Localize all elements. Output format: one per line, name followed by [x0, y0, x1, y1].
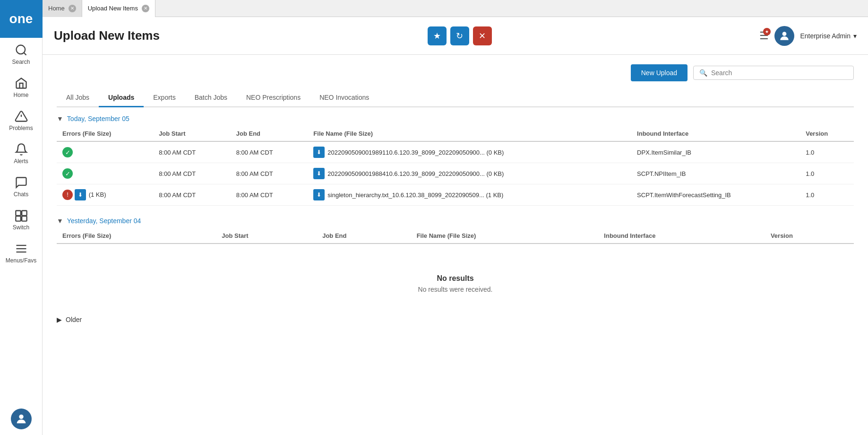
content-inner: New Upload 🔍 All Jobs Uploads Exports Ba… — [43, 55, 868, 333]
table-row: ! ⬇(1 KB)8:00 AM CDT8:00 AM CDT⬇singleto… — [57, 184, 854, 206]
tab-upload-label: Upload New Items — [88, 5, 138, 12]
sidebar-alerts-label: Alerts — [14, 158, 28, 165]
table-row: ✓8:00 AM CDT8:00 AM CDT⬇2022090509001988… — [57, 163, 854, 184]
col-errors-y: Errors (File Size) — [57, 228, 216, 244]
sidebar-chats-label: Chats — [14, 191, 28, 198]
header-right: ☰ ★ Enterprise Admin ▾ — [759, 26, 857, 46]
search-icon — [15, 44, 28, 57]
yesterday-chevron-icon: ▼ — [57, 217, 63, 225]
logo-text: one — [9, 11, 33, 26]
tab-home-close[interactable]: ✕ — [69, 5, 76, 12]
close-button[interactable]: ✕ — [473, 26, 492, 45]
sidebar-item-search[interactable]: Search — [0, 38, 42, 71]
menu-icon — [15, 242, 28, 255]
col-file-name-y: File Name (File Size) — [411, 228, 599, 244]
svg-point-11 — [19, 415, 23, 419]
error-size: (1 KB) — [89, 191, 106, 198]
col-job-start-y: Job Start — [216, 228, 317, 244]
tab-bar: Home ✕ Upload New Items ✕ — [43, 0, 868, 17]
inbound-interface-cell: SCPT.ItemWithForecastSetting_IB — [631, 184, 800, 206]
tab-batch-jobs[interactable]: Batch Jobs — [185, 89, 237, 107]
tab-home-label: Home — [48, 5, 65, 12]
table-row: ✓8:00 AM CDT8:00 AM CDT⬇2022090509001989… — [57, 141, 854, 163]
no-results-title: No results — [57, 274, 854, 283]
new-upload-button[interactable]: New Upload — [631, 64, 688, 81]
tab-upload-close[interactable]: ✕ — [142, 5, 149, 12]
chat-icon — [15, 176, 28, 189]
col-inbound-interface: Inbound Interface — [631, 126, 800, 141]
sidebar-menus-label: Menus/Favs — [6, 257, 36, 264]
dropdown-arrow-icon: ▾ — [853, 32, 857, 40]
svg-line-1 — [24, 52, 26, 55]
older-label: Older — [66, 316, 82, 323]
col-job-end: Job End — [231, 126, 308, 141]
error-icon: ! — [62, 190, 73, 200]
col-job-end-y: Job End — [317, 228, 411, 244]
download-icon[interactable]: ⬇ — [313, 168, 325, 179]
no-results-subtitle: No results were received. — [57, 286, 854, 293]
switch-icon — [15, 209, 28, 222]
sidebar-item-problems[interactable]: Problems — [0, 104, 42, 137]
badge-star: ★ — [765, 29, 769, 34]
svg-rect-7 — [22, 216, 26, 221]
col-inbound-interface-y: Inbound Interface — [598, 228, 765, 244]
tab-neo-invocations[interactable]: NEO Invocations — [310, 89, 378, 107]
search-box: 🔍 — [693, 66, 854, 80]
sidebar-item-switch[interactable]: Switch — [0, 203, 42, 236]
user-dropdown[interactable]: Enterprise Admin ▾ — [800, 32, 857, 40]
notification-dot: ★ — [763, 28, 771, 35]
app-logo[interactable]: one — [0, 0, 43, 38]
sidebar-problems-label: Problems — [9, 125, 33, 131]
svg-point-12 — [782, 32, 787, 36]
sidebar-item-home[interactable]: Home — [0, 71, 42, 104]
success-icon: ✓ — [62, 147, 73, 157]
search-input[interactable] — [711, 69, 848, 77]
tab-home[interactable]: Home ✕ — [43, 0, 82, 17]
tab-uploads[interactable]: Uploads — [99, 89, 144, 107]
tab-all-jobs[interactable]: All Jobs — [57, 89, 99, 107]
sidebar-switch-label: Switch — [13, 224, 29, 231]
search-icon: 🔍 — [699, 69, 707, 77]
sidebar-item-alerts[interactable]: Alerts — [0, 137, 42, 170]
tab-exports[interactable]: Exports — [144, 89, 185, 107]
today-table: Errors (File Size) Job Start Job End Fil… — [57, 126, 854, 206]
svg-rect-4 — [16, 211, 21, 216]
older-section[interactable]: ▶ Older — [57, 316, 854, 323]
yesterday-date-label: Yesterday, September 04 — [67, 217, 141, 225]
yesterday-section-header[interactable]: ▼ Yesterday, September 04 — [57, 217, 854, 225]
tab-neo-prescriptions[interactable]: NEO Prescriptions — [237, 89, 310, 107]
download-error-icon[interactable]: ⬇ — [75, 189, 86, 200]
sidebar-item-chats[interactable]: Chats — [0, 170, 42, 203]
user-avatar[interactable] — [774, 26, 794, 46]
avatar-icon — [778, 30, 791, 42]
file-name-cell: ⬇2022090509001989110.6.120.39_8099_20220… — [308, 141, 631, 163]
inbound-interface-cell: SCPT.NPIItem_IB — [631, 163, 800, 184]
page-header: Upload New Items ★ ↻ ✕ ☰ ★ Enterprise Ad… — [43, 17, 868, 55]
sidebar-home-label: Home — [13, 92, 28, 98]
alert-triangle-icon — [15, 110, 28, 123]
file-name-text: singleton_hierarchy.txt_10.6.120.38_8099… — [327, 191, 503, 199]
col-version-y: Version — [765, 228, 854, 244]
file-name-text: 2022090509001989110.6.120.39_8099_202209… — [327, 149, 504, 156]
user-avatar-icon — [15, 412, 28, 426]
home-icon — [15, 77, 28, 90]
refresh-button[interactable]: ↻ — [450, 26, 469, 45]
tab-upload[interactable]: Upload New Items ✕ — [82, 0, 155, 17]
job-end-cell: 8:00 AM CDT — [231, 141, 308, 163]
star-button[interactable]: ★ — [428, 26, 447, 45]
col-version: Version — [800, 126, 854, 141]
job-end-cell: 8:00 AM CDT — [231, 184, 308, 206]
download-icon[interactable]: ⬇ — [313, 189, 325, 200]
download-icon[interactable]: ⬇ — [313, 147, 325, 158]
nav-tabs: All Jobs Uploads Exports Batch Jobs NEO … — [57, 89, 854, 107]
job-start-cell: 8:00 AM CDT — [153, 163, 231, 184]
sidebar-item-menus[interactable]: Menus/Favs — [0, 236, 42, 270]
sidebar-user-avatar[interactable] — [0, 403, 42, 435]
col-job-start: Job Start — [153, 126, 231, 141]
success-icon: ✓ — [62, 168, 73, 179]
today-section-header[interactable]: ▼ Today, September 05 — [57, 115, 854, 122]
status-cell: ✓ — [57, 141, 153, 163]
status-cell: ! ⬇(1 KB) — [57, 184, 153, 206]
notification-badge[interactable]: ☰ ★ — [759, 30, 769, 42]
file-name-cell: ⬇2022090509001988410.6.120.39_8099_20220… — [308, 163, 631, 184]
